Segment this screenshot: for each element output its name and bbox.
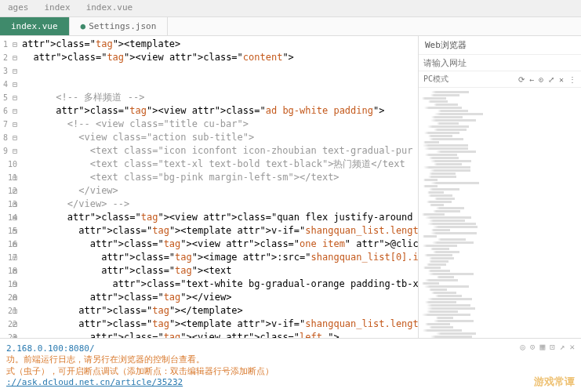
mode-select[interactable]: PC模式 [423, 74, 514, 85]
close-icon[interactable]: ✕ [559, 75, 564, 84]
watermark: 游戏常谭 [534, 375, 575, 389]
console-icon[interactable]: ↗ [560, 342, 565, 352]
console-icon[interactable]: ▦ [540, 342, 546, 352]
crumb[interactable]: index [37, 0, 78, 16]
url-bar [419, 55, 581, 71]
target-icon[interactable]: ⊙ [539, 75, 543, 84]
refresh-icon[interactable]: ⟳ [518, 75, 525, 84]
console-icon[interactable]: ⊡ [550, 342, 555, 352]
console-line: 功。前端运行日志，请另行在浏览器的控制台查看。 [6, 354, 575, 365]
more-icon[interactable]: ⋮ [568, 75, 576, 84]
tab-settings-json[interactable]: ● Settings.json [70, 17, 169, 35]
back-icon[interactable]: ← [529, 75, 534, 84]
console-icon[interactable]: ✕ [569, 342, 575, 352]
minimap[interactable] [419, 88, 581, 338]
browser-toolbar: PC模式 ⟳ ← ⊙ ⤢ ✕ ⋮ [419, 71, 581, 88]
tab-label: index.vue [11, 21, 58, 31]
main-area: 1 ⊟2 ⊟3 ⊟4 ⊟5 ⊟6 ⊟7 ⊟8 ⊟9 ⊟10 ⊟11 ⊟12 ⊟1… [0, 36, 581, 338]
expand-icon[interactable]: ⤢ [548, 75, 554, 84]
code-area[interactable]: attr">class="tag"><template> attr">class… [22, 36, 418, 338]
url-input[interactable] [423, 58, 576, 67]
console-panel: ◎ ⊙ ▦ ⊡ ↗ ✕ 2.168.0.100:8080/ 功。前端运行日志，请… [0, 338, 581, 392]
editor-pane: 1 ⊟2 ⊟3 ⊟4 ⊟5 ⊟6 ⊟7 ⊟8 ⊟9 ⊟10 ⊟11 ⊟12 ⊟1… [0, 36, 418, 338]
file-tabs: index.vue ● Settings.json [0, 17, 581, 36]
console-line: 式（虫子），可开启断点调试（添加断点：双击编辑器行号添加断点） [6, 365, 575, 377]
tab-label: Settings.json [89, 21, 156, 31]
crumb[interactable]: index.vue [78, 0, 141, 16]
web-browser-panel: Web浏览器 PC模式 ⟳ ← ⊙ ⤢ ✕ ⋮ [418, 36, 581, 338]
panel-title: Web浏览器 [419, 36, 581, 55]
crumb[interactable]: ages [0, 0, 37, 16]
console-link[interactable]: ://ask.dcloud.net.cn/article/35232 [6, 377, 183, 387]
tab-index-vue[interactable]: index.vue [0, 17, 70, 35]
line-gutter[interactable]: 1 ⊟2 ⊟3 ⊟4 ⊟5 ⊟6 ⊟7 ⊟8 ⊟9 ⊟10 ⊟11 ⊟12 ⊟1… [0, 36, 22, 338]
dot-icon: ● [81, 21, 86, 31]
breadcrumb-tabs: ages index index.vue [0, 0, 581, 17]
console-toolbar: ◎ ⊙ ▦ ⊡ ↗ ✕ [520, 342, 575, 352]
console-ip: 2.168.0.100:8080/ [6, 343, 95, 354]
console-icon[interactable]: ◎ [520, 342, 525, 352]
console-icon[interactable]: ⊙ [530, 342, 536, 352]
